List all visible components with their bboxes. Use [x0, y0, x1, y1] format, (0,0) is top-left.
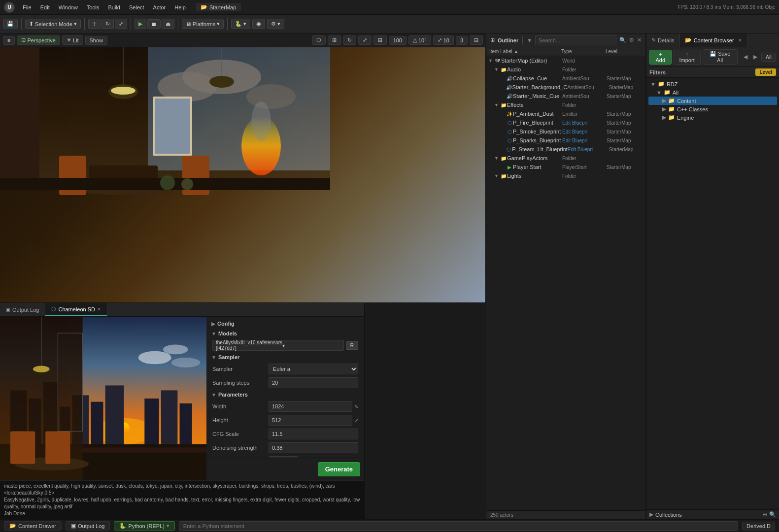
python-repl-tab[interactable]: 🐍 Python (REPL) ▾ — [114, 521, 174, 531]
width-input[interactable] — [269, 401, 352, 412]
settings-button[interactable]: ⚙ ▾ — [267, 19, 284, 29]
collections-section[interactable]: ▶ Collections ⊕ 🔍 — [646, 509, 779, 519]
edit-link[interactable]: Edit Bluepri — [562, 129, 587, 134]
add-button[interactable]: + Add — [649, 50, 672, 65]
eject-button[interactable]: ⏏ — [162, 19, 174, 29]
denoising-input[interactable] — [269, 442, 358, 453]
angle-snap[interactable]: △ 10° — [408, 35, 431, 45]
tab-output-log[interactable]: ▣ Output Log — [0, 303, 45, 316]
platforms-button[interactable]: 🖥 Platforms ▾ — [182, 19, 224, 29]
tree-item-audio[interactable]: ▼ 📁 Audio Folder — [486, 65, 645, 74]
tree-item-sparks-bp[interactable]: ⬡ P_Sparks_Blueprint Edit Bluepri Starte… — [486, 136, 645, 145]
nav-back-icon[interactable]: ◀ — [742, 53, 749, 61]
save-button[interactable]: 💾 — [3, 19, 18, 29]
python-input[interactable] — [179, 521, 738, 531]
zoom-level[interactable]: 100 — [389, 36, 406, 45]
cb-item-rdz[interactable]: ▼ 📁 RDZ — [648, 80, 777, 88]
outliner-search[interactable] — [535, 35, 616, 45]
viewport-count[interactable]: 3 — [456, 36, 468, 45]
item-label-text: Item Label — [489, 49, 512, 54]
play-button[interactable]: ▶ — [135, 19, 146, 29]
cfg-scale-input[interactable] — [269, 429, 358, 439]
tree-item-collapse-cue[interactable]: 🔊 Collapse_Cue AmbientSou StarterMap — [486, 74, 645, 83]
menu-build[interactable]: Build — [104, 3, 124, 11]
sampling-steps-input[interactable] — [269, 377, 358, 388]
python-button[interactable]: 🐍 ▾ — [231, 19, 250, 29]
menu-help[interactable]: Help — [170, 3, 190, 11]
models-section-header[interactable]: ▼ Models — [208, 329, 362, 338]
model-dropdown[interactable]: theAllysMixIII_v10.safetensors [f427dd7]… — [212, 340, 344, 351]
scale-button[interactable]: ⤢ — [115, 19, 127, 29]
all-button[interactable]: All — [761, 53, 776, 62]
project-name[interactable]: 📂 StarterMap — [196, 3, 241, 11]
menu-edit[interactable]: Edit — [36, 3, 54, 11]
tree-type: PlayerStart — [562, 165, 607, 170]
cursor-tool-button[interactable]: ⬡ — [312, 35, 326, 45]
viewport-options-button[interactable]: ≡ — [3, 36, 15, 45]
rotate-snap-button[interactable]: ↻ — [343, 35, 356, 45]
tree-item-lights[interactable]: ▼ 📁 Lights Folder — [486, 171, 645, 180]
import-button[interactable]: ↑ Import — [674, 50, 701, 65]
tree-item-starter-bg[interactable]: 🔊 Starter_Background_C AmbientSou Starte… — [486, 83, 645, 92]
sampler-section-header[interactable]: ▼ Sampler — [208, 352, 362, 362]
nav-forward-icon[interactable]: ▶ — [751, 53, 759, 61]
add-collection-icon[interactable]: ⊕ — [763, 511, 767, 518]
tab-content-browser[interactable]: 📂 Content Browser ✕ — [680, 33, 747, 47]
edit-link[interactable]: Edit Bluepri — [562, 138, 587, 143]
menu-actor[interactable]: Actor — [149, 3, 170, 11]
menu-select[interactable]: Select — [125, 3, 148, 11]
stop-button[interactable]: ⏹ — [147, 19, 161, 29]
translate-button[interactable]: ⊹ — [88, 19, 101, 29]
edit-link[interactable]: Edit Bluepri — [568, 147, 593, 152]
tree-item-smoke-bp[interactable]: ⬡ P_Smoke_Blueprint Edit Bluepri Starter… — [486, 127, 645, 136]
selection-mode-button[interactable]: ⬆ Selection Mode ▾ — [25, 19, 81, 29]
tree-item-effects[interactable]: ▼ 📁 Effects Folder — [486, 100, 645, 109]
tree-arrow-icon: ▼ — [488, 58, 494, 63]
tree-item-steam-bp[interactable]: ⬡ P_Steam_Lit_Blueprint Edit Bluepri Sta… — [486, 145, 645, 154]
cb-item-content[interactable]: ▶ 📁 Content — [648, 97, 777, 105]
scale-snap[interactable]: ⤢ 10 — [433, 35, 454, 45]
model-reload-button[interactable]: R — [346, 341, 358, 350]
tree-item-fire-bp[interactable]: ⬡ P_Fire_Blueprint Edit Bluepri StarterM… — [486, 118, 645, 127]
edit-link[interactable]: Edit Bluepri — [562, 120, 587, 126]
save-all-button[interactable]: 💾 Save All — [703, 49, 738, 65]
cb-item-cpp[interactable]: ▶ 📁 C++ Classes — [648, 105, 777, 113]
tree-item-player-start[interactable]: ▶ Player Start PlayerStart StarterMap — [486, 163, 645, 171]
perspective-button[interactable]: ⊡ Perspective — [17, 35, 60, 45]
generated-image-panel — [0, 317, 206, 480]
tab-chameleon[interactable]: ⬡ Chameleon SD ✕ — [45, 303, 107, 316]
maximize-viewport-button[interactable]: ⊟ — [470, 35, 483, 45]
content-drawer-tab[interactable]: 📂 Content Drawer — [4, 521, 62, 531]
tree-item-gameplay[interactable]: ▼ 📁 GamePlayActors Folder — [486, 154, 645, 163]
sampler-label: Sampler — [212, 366, 267, 372]
show-button[interactable]: Show — [85, 36, 108, 45]
menu-file[interactable]: File — [19, 3, 35, 11]
tree-item-ambient-dust[interactable]: ✨ P_Ambient_Dust Emitter StarterMap — [486, 109, 645, 118]
search-collection-icon[interactable]: 🔍 — [769, 511, 776, 518]
grid-vis-button[interactable]: ⊞ — [373, 35, 387, 45]
rotate-button[interactable]: ↻ — [102, 19, 114, 29]
height-input[interactable] — [269, 415, 352, 426]
source-control-button[interactable]: ◉ — [252, 19, 265, 29]
close-chameleon-button[interactable]: ✕ — [97, 307, 101, 312]
lit-button[interactable]: ☀ Lit — [62, 35, 83, 45]
parameters-section-header[interactable]: ▼ Parameters — [208, 390, 362, 399]
tree-item-startermap[interactable]: ▼ 🗺 StarterMap (Editor) World — [486, 56, 645, 65]
derived-d-button[interactable]: Derived D — [742, 522, 775, 531]
close-content-browser-button[interactable]: ✕ — [738, 38, 742, 43]
tab-details[interactable]: ✎ Details — [646, 33, 680, 47]
cb-item-engine[interactable]: ▶ 📁 Engine — [648, 113, 777, 122]
output-log-status-tab[interactable]: ▣ Output Log — [66, 521, 110, 531]
project-icon: 📂 — [201, 4, 207, 10]
menu-tools[interactable]: Tools — [83, 3, 103, 11]
snap-grid-button[interactable]: ⊞ — [328, 35, 341, 45]
tree-item-starter-music[interactable]: 🔊 Starter_Music_Cue AmbientSou StarterMa… — [486, 92, 645, 100]
close-outliner-button[interactable]: ✕ — [637, 37, 642, 43]
cb-item-all[interactable]: ▼ 📁 All — [648, 88, 777, 97]
zoom-snap-button[interactable]: ⤢ — [358, 35, 372, 45]
config-section-header[interactable]: ▶ Config — [208, 319, 362, 329]
generate-button[interactable]: Generate — [318, 462, 360, 476]
top-viewport[interactable] — [0, 47, 486, 302]
menu-window[interactable]: Window — [55, 3, 82, 11]
sampler-select[interactable]: Euler a — [269, 364, 358, 374]
